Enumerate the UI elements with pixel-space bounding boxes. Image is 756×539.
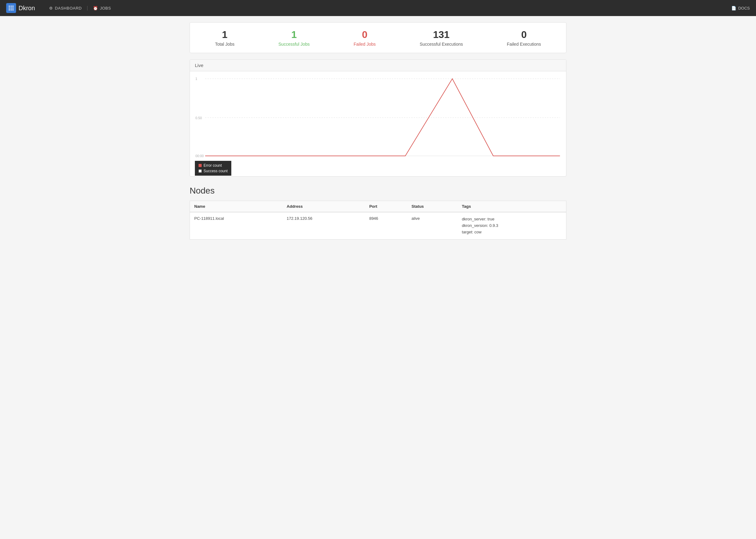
error-count-label: Error count: [204, 163, 222, 168]
stat-successful-jobs-label: Successful Jobs: [279, 42, 310, 46]
stats-card: 1 Total Jobs 1 Successful Jobs 0 Failed …: [190, 22, 566, 53]
stat-total-jobs-value: 1: [215, 29, 234, 40]
stat-failed-executions-label: Failed Executions: [507, 42, 541, 46]
stat-failed-jobs-label: Failed Jobs: [354, 42, 376, 46]
nodes-title: Nodes: [190, 186, 566, 196]
node-status: alive: [407, 212, 458, 239]
svg-text:0.50: 0.50: [196, 116, 202, 120]
nav-links: ⚙ DASHBOARD | ⏰ JOBS: [44, 0, 731, 16]
success-count-dot: [199, 170, 202, 173]
stat-successful-executions: 131 Successful Executions: [413, 29, 469, 46]
stat-successful-jobs: 1 Successful Jobs: [272, 29, 316, 46]
stat-successful-jobs-value: 1: [279, 29, 310, 40]
svg-point-8: [12, 9, 14, 11]
nav-right: 📄 DOCS: [731, 6, 750, 11]
svg-point-6: [9, 9, 10, 11]
tag-version: dkron_version: 0.9.3: [462, 223, 498, 228]
col-tags: Tags: [458, 201, 566, 212]
svg-point-7: [11, 9, 12, 11]
nodes-table-body: PC-118911.local 172.19.120.56 8946 alive…: [190, 212, 566, 239]
docs-icon: 📄: [731, 6, 736, 11]
tag-server: dkron_server: true: [462, 217, 495, 221]
legend-success-count: Success count: [199, 169, 228, 173]
svg-point-4: [11, 7, 12, 9]
stat-total-jobs-label: Total Jobs: [215, 42, 234, 46]
svg-text:00:00: 00:00: [196, 154, 204, 158]
svg-point-0: [9, 6, 10, 7]
stat-failed-jobs-value: 0: [354, 29, 376, 40]
docs-link[interactable]: 📄 DOCS: [731, 6, 750, 11]
chart-title: Live: [195, 63, 204, 68]
nav-jobs[interactable]: ⏰ JOBS: [88, 0, 116, 16]
stat-failed-executions-value: 0: [507, 29, 541, 40]
svg-point-1: [11, 6, 12, 7]
docs-label: DOCS: [738, 6, 750, 11]
col-status: Status: [407, 201, 458, 212]
main-content: 1 Total Jobs 1 Successful Jobs 0 Failed …: [184, 16, 572, 246]
chart-header: Live: [190, 60, 566, 71]
tag-target: target: cow: [462, 230, 482, 234]
brand-name: Dkron: [19, 5, 35, 12]
nav-dashboard[interactable]: ⚙ DASHBOARD: [44, 0, 86, 16]
navbar: Dkron ⚙ DASHBOARD | ⏰ JOBS 📄 DOCS: [0, 0, 756, 16]
chart-svg: 1 0.50 00:00: [190, 74, 566, 161]
col-port: Port: [365, 201, 407, 212]
node-tags: dkron_server: true dkron_version: 0.9.3 …: [458, 212, 566, 239]
brand: Dkron: [6, 3, 35, 13]
node-name: PC-118911.local: [190, 212, 283, 239]
nodes-table-head: Name Address Port Status Tags: [190, 201, 566, 212]
dashboard-label: DASHBOARD: [55, 6, 82, 11]
brand-icon: [6, 3, 16, 13]
svg-point-3: [9, 7, 10, 9]
node-port: 8946: [365, 212, 407, 239]
table-row: PC-118911.local 172.19.120.56 8946 alive…: [190, 212, 566, 239]
node-address: 172.19.120.56: [282, 212, 365, 239]
stat-successful-executions-label: Successful Executions: [420, 42, 463, 46]
stat-failed-jobs: 0 Failed Jobs: [347, 29, 382, 46]
chart-body: 1 0.50 00:00 Error count Success count: [190, 71, 566, 176]
error-count-dot: [199, 164, 202, 167]
chart-legend: Error count Success count: [195, 161, 231, 176]
stat-total-jobs: 1 Total Jobs: [209, 29, 241, 46]
svg-text:1: 1: [196, 77, 197, 81]
svg-point-2: [12, 6, 14, 7]
nodes-table: Name Address Port Status Tags PC-118911.…: [190, 201, 566, 239]
dashboard-icon: ⚙: [49, 6, 53, 11]
success-count-label: Success count: [204, 169, 228, 173]
legend-error-count: Error count: [199, 163, 228, 168]
chart-card: Live 1 0.50 00:00 Error count: [190, 59, 566, 177]
jobs-label: JOBS: [100, 6, 111, 11]
col-name: Name: [190, 201, 283, 212]
svg-point-5: [12, 7, 14, 9]
jobs-icon: ⏰: [93, 6, 98, 11]
nodes-table-header-row: Name Address Port Status Tags: [190, 201, 566, 212]
col-address: Address: [282, 201, 365, 212]
stat-successful-executions-value: 131: [420, 29, 463, 40]
stat-failed-executions: 0 Failed Executions: [501, 29, 547, 46]
